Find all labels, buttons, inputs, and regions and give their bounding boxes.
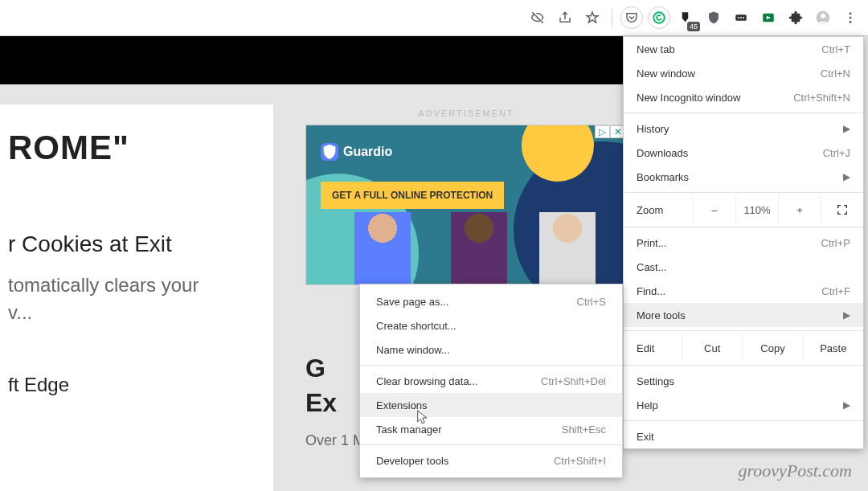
- zoom-out-button[interactable]: –: [693, 196, 735, 223]
- submenu-name-window[interactable]: Name window...: [360, 338, 622, 362]
- menu-help[interactable]: Help▶: [624, 393, 863, 417]
- grammarly-icon[interactable]: [648, 6, 670, 29]
- menu-new-tab[interactable]: New tabCtrl+T: [624, 37, 863, 61]
- article-heading-2: ft Edge: [8, 374, 265, 396]
- menu-new-window[interactable]: New windowCtrl+N: [624, 61, 863, 85]
- svg-point-2: [738, 17, 739, 18]
- shield-icon: [321, 143, 338, 161]
- menu-exit[interactable]: Exit: [624, 424, 863, 448]
- menu-bookmarks[interactable]: Bookmarks▶: [624, 165, 863, 189]
- watermark: groovyPost.com: [738, 460, 852, 481]
- article-heading-1: r Cookies at Exit: [8, 231, 265, 257]
- svg-point-0: [653, 12, 665, 23]
- submenu-developer-tools[interactable]: Developer toolsCtrl+Shift+I: [360, 448, 622, 473]
- article-left-column: ROME" r Cookies at Exit tomatically clea…: [0, 104, 273, 491]
- submenu-save-page[interactable]: Save page as...Ctrl+S: [360, 289, 622, 313]
- share-icon[interactable]: [554, 6, 576, 29]
- menu-cast[interactable]: Cast...: [624, 255, 863, 279]
- kebab-menu-icon[interactable]: [839, 6, 862, 29]
- chrome-main-menu: New tabCtrl+T New windowCtrl+N New Incog…: [623, 36, 864, 449]
- cut-button[interactable]: Cut: [682, 334, 742, 362]
- lastpass-icon[interactable]: [730, 6, 752, 29]
- chevron-right-icon: ▶: [843, 123, 850, 134]
- menu-settings[interactable]: Settings: [624, 369, 863, 393]
- menu-print[interactable]: Print...Ctrl+P: [624, 231, 863, 255]
- advertisement[interactable]: Guardio GET A FULL ONLINE PROTECTION ▷ ✕: [305, 125, 627, 285]
- ad-cta-button[interactable]: GET A FULL ONLINE PROTECTION: [321, 182, 504, 209]
- svg-point-8: [850, 12, 852, 14]
- zoom-value: 110%: [735, 196, 778, 223]
- paste-button[interactable]: Paste: [803, 334, 863, 362]
- submenu-extensions[interactable]: Extensions: [360, 393, 622, 417]
- menu-separator: [624, 330, 863, 331]
- fullscreen-button[interactable]: [821, 196, 863, 223]
- menu-more-tools[interactable]: More tools▶: [624, 303, 863, 327]
- ublock-icon[interactable]: [702, 6, 725, 29]
- svg-point-9: [850, 17, 852, 19]
- menu-separator: [360, 365, 622, 366]
- submenu-task-manager[interactable]: Task managerShift+Esc: [360, 417, 622, 441]
- menu-history[interactable]: History▶: [624, 117, 863, 141]
- page-title-fragment: ROME": [8, 129, 265, 167]
- copy-button[interactable]: Copy: [742, 334, 802, 362]
- profile-avatar-icon[interactable]: [812, 6, 834, 29]
- ad-choices[interactable]: ▷ ✕: [595, 125, 626, 138]
- menu-downloads[interactable]: DownloadsCtrl+J: [624, 141, 863, 165]
- submenu-create-shortcut[interactable]: Create shortcut...: [360, 313, 622, 338]
- extension-badge-icon[interactable]: 45: [675, 6, 698, 29]
- edit-label: Edit: [624, 342, 682, 354]
- advertisement-label: ADVERTISEMENT: [305, 108, 627, 118]
- eye-off-icon[interactable]: [526, 6, 549, 29]
- svg-point-7: [821, 14, 825, 18]
- menu-new-incognito[interactable]: New Incognito windowCtrl+Shift+N: [624, 85, 863, 109]
- more-tools-submenu: Save page as...Ctrl+S Create shortcut...…: [359, 284, 623, 478]
- ad-person: [354, 212, 411, 285]
- zoom-in-button[interactable]: +: [778, 196, 821, 223]
- menu-separator: [624, 420, 863, 421]
- ad-brand-logo: Guardio: [321, 143, 392, 161]
- extension-count-badge: 45: [687, 22, 700, 31]
- pocket-icon[interactable]: [620, 6, 643, 29]
- ad-person: [451, 212, 507, 285]
- menu-separator: [624, 365, 863, 366]
- menu-separator: [360, 444, 622, 445]
- chevron-right-icon: ▶: [843, 399, 850, 411]
- svg-point-10: [850, 21, 852, 23]
- menu-zoom-row: Zoom – 110% +: [624, 196, 863, 223]
- star-icon[interactable]: [581, 6, 604, 29]
- ad-person: [539, 212, 596, 285]
- menu-separator: [624, 227, 863, 227]
- video-ext-icon[interactable]: [757, 6, 780, 29]
- menu-separator: [624, 192, 863, 193]
- svg-point-4: [743, 17, 744, 18]
- adchoices-icon[interactable]: ▷: [595, 125, 610, 138]
- menu-separator: [624, 113, 863, 113]
- submenu-clear-browsing[interactable]: Clear browsing data...Ctrl+Shift+Del: [360, 369, 622, 393]
- article-body-line: tomatically clears your v...: [8, 272, 265, 325]
- svg-point-3: [740, 17, 742, 18]
- menu-find[interactable]: Find...Ctrl+F: [624, 279, 863, 303]
- browser-toolbar: 45: [0, 0, 868, 36]
- zoom-label: Zoom: [637, 204, 693, 216]
- page-header-bar: [0, 36, 627, 84]
- chevron-right-icon: ▶: [843, 171, 850, 182]
- menu-edit-row: Edit Cut Copy Paste: [624, 334, 863, 362]
- toolbar-separator: [612, 9, 612, 27]
- extensions-puzzle-icon[interactable]: [784, 6, 807, 29]
- chevron-right-icon: ▶: [843, 309, 850, 321]
